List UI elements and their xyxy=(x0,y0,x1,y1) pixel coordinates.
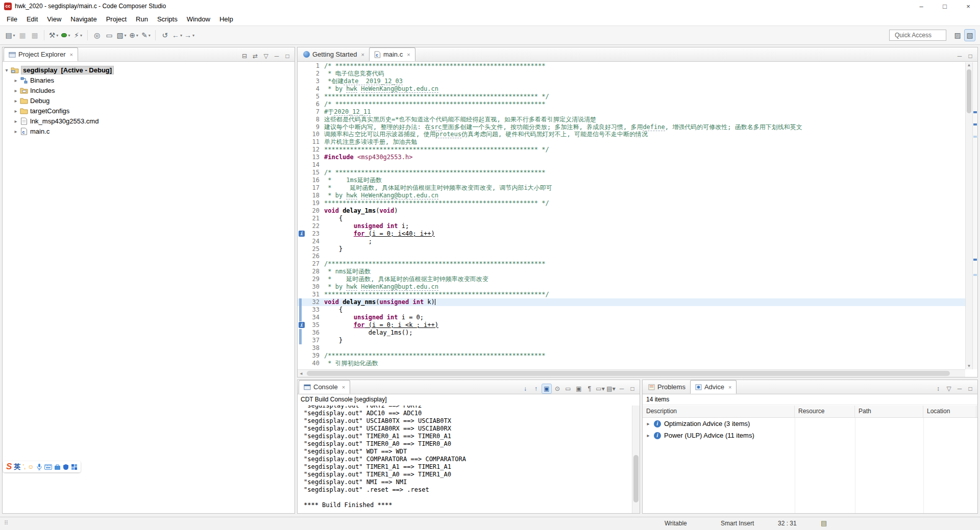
code-line[interactable]: 25 } xyxy=(298,245,965,253)
view-menu-button[interactable]: ▽ xyxy=(261,51,271,61)
window-minimize-button[interactable]: – xyxy=(910,0,933,12)
tab-problems[interactable]: Problems xyxy=(644,380,690,394)
flash-button[interactable]: ⚡▾ xyxy=(72,29,84,41)
code-line[interactable]: i23 for (i = 0; i<40; i++) xyxy=(298,230,965,238)
undo-button[interactable]: ↺ xyxy=(159,29,170,41)
expand-icon[interactable]: ▸ xyxy=(12,129,20,134)
code-line[interactable]: 2 * 电子信息竞赛代码 xyxy=(298,70,965,78)
close-icon[interactable]: × xyxy=(407,52,410,58)
ime-language-toggle[interactable]: 英 xyxy=(14,462,20,471)
code-line[interactable]: 14 xyxy=(298,161,965,169)
expand-icon[interactable]: ▸ xyxy=(12,118,20,124)
info-marker-icon[interactable]: i xyxy=(299,322,305,328)
code-line[interactable]: 37 } xyxy=(298,337,965,344)
code-line[interactable]: 27/*************************************… xyxy=(298,260,965,268)
perspective-edit-button[interactable]: ▧ xyxy=(964,29,975,41)
code-line[interactable]: 40 * 引脚初始化函数 xyxy=(298,360,965,367)
overview-ruler[interactable] xyxy=(972,62,977,369)
pin-console-button[interactable]: ⊙ xyxy=(552,384,562,394)
microphone-icon[interactable] xyxy=(36,463,42,470)
open-console-button[interactable]: ▤▾ xyxy=(606,384,616,394)
forward-button[interactable]: →▾ xyxy=(184,29,195,41)
menu-run[interactable]: Run xyxy=(131,13,153,25)
menu-edit[interactable]: Edit xyxy=(22,13,42,25)
code-line[interactable]: 24 ; xyxy=(298,238,965,245)
tab-console[interactable]: Console × xyxy=(299,380,350,394)
code-line[interactable]: i35 for (i = 0; i <k ; i++) xyxy=(298,321,965,329)
code-line[interactable]: 11单片机注意多读读手册, 加油共勉 xyxy=(298,138,965,146)
code-line[interactable]: 36 delay_1ms(); xyxy=(298,329,965,337)
code-line[interactable]: 39/*************************************… xyxy=(298,352,965,360)
new-button[interactable]: ▤▾ xyxy=(5,29,16,41)
column-header-description[interactable]: Description xyxy=(643,406,795,417)
close-icon[interactable]: × xyxy=(361,52,364,58)
scroll-left-icon[interactable]: ◄ xyxy=(298,370,305,377)
scrollbar-thumb[interactable] xyxy=(967,69,971,113)
column-header-resource[interactable]: Resource xyxy=(795,406,855,417)
code-line[interactable]: 10调频率和占空比可以用示波器捕捉, 使用proteus仿真考虑问题, 硬件和代… xyxy=(298,131,965,138)
build-button[interactable]: ⚒▾ xyxy=(48,29,59,41)
console-view-button[interactable]: ▭ xyxy=(104,29,115,41)
menu-scripts[interactable]: Scripts xyxy=(153,13,182,25)
menu-help[interactable]: Help xyxy=(215,13,238,25)
window-maximize-button[interactable]: □ xyxy=(933,0,957,12)
perspective-debug-button[interactable]: ▨ xyxy=(952,29,963,41)
link-editor-button[interactable]: ⇄ xyxy=(250,51,260,61)
maximize-button[interactable]: □ xyxy=(282,51,292,61)
minimize-button[interactable]: ─ xyxy=(954,51,965,61)
tree-item-includes[interactable]: ▸Includes xyxy=(3,85,295,95)
scroll-lock-button[interactable]: ▣ xyxy=(574,384,584,394)
shield-icon[interactable] xyxy=(63,464,69,470)
expand-icon[interactable]: ▸ xyxy=(12,88,20,93)
tab-project-explorer[interactable]: Project Explorer × xyxy=(4,47,78,61)
code-line[interactable]: 13#include <msp430g2553.h> xyxy=(298,154,965,161)
target-config-button[interactable]: ⊕▾ xyxy=(128,29,139,41)
maximize-button[interactable]: □ xyxy=(627,384,638,394)
sort-button[interactable]: ↕ xyxy=(933,384,943,394)
code-line[interactable]: 26 xyxy=(298,253,965,260)
tree-item-lnk-msp430g2553-cmd[interactable]: ▸lnk_msp430g2553.cmd xyxy=(3,116,295,126)
code-line[interactable]: 33 { xyxy=(298,306,965,314)
expand-icon[interactable]: ▸ xyxy=(12,78,20,83)
code-line[interactable]: 21 { xyxy=(298,215,965,222)
collapse-all-button[interactable]: ⊟ xyxy=(239,51,250,61)
code-line[interactable]: 7#于2020_12_11 xyxy=(298,108,965,116)
code-line[interactable]: 4 * by hwk HeWenKang@bupt.edu.cn xyxy=(298,85,965,93)
menu-view[interactable]: View xyxy=(42,13,66,25)
tab-main-c[interactable]: c main.c × xyxy=(369,47,415,61)
code-line[interactable]: 3 *创建date 2019_12_03 xyxy=(298,78,965,85)
advice-row[interactable]: ▸iOptimization Advice (3 items) xyxy=(643,418,977,430)
status-panel-icon[interactable]: ▤ xyxy=(821,519,827,527)
code-line[interactable]: 12**************************************… xyxy=(298,146,965,154)
minimize-button[interactable]: ─ xyxy=(617,384,627,394)
editor-vertical-scrollbar[interactable]: ▲ ▼ xyxy=(965,62,972,369)
maximize-button[interactable]: □ xyxy=(965,51,975,61)
clear-console-button[interactable]: ▭ xyxy=(563,384,573,394)
word-wrap-button[interactable]: ¶ xyxy=(584,384,595,394)
tree-item-debug[interactable]: ▸Debug xyxy=(3,95,295,106)
expand-icon[interactable]: ▸ xyxy=(643,421,654,426)
menu-project[interactable]: Project xyxy=(102,13,131,25)
editor-horizontal-scrollbar[interactable]: ◄ xyxy=(298,369,965,377)
scrollbar-thumb[interactable] xyxy=(307,371,950,376)
minimize-button[interactable]: ─ xyxy=(272,51,282,61)
maximize-button[interactable]: □ xyxy=(965,384,975,394)
menu-navigate[interactable]: Navigate xyxy=(66,13,101,25)
grid-toggle-button[interactable]: ▧▾ xyxy=(116,29,127,41)
close-icon[interactable]: × xyxy=(728,384,731,390)
advice-row[interactable]: ▸iPower (ULP) Advice (11 items) xyxy=(643,430,977,441)
code-line[interactable]: 5***************************************… xyxy=(298,93,965,100)
code-line[interactable]: 16 * 1ms延时函数 xyxy=(298,176,965,184)
ime-punctuation-toggle[interactable]: ’, xyxy=(22,463,26,470)
expand-icon[interactable]: ▸ xyxy=(12,98,20,104)
code-line[interactable]: 1/* ************************************… xyxy=(298,62,965,70)
code-line[interactable]: 30 * by hwk HeWenKang@bupt.edu.cn xyxy=(298,283,965,291)
tree-item-binaries[interactable]: ▸Binaries xyxy=(3,75,295,85)
keyboard-icon[interactable] xyxy=(44,464,52,470)
tab-getting-started[interactable]: Getting Started × xyxy=(299,47,369,61)
code-line[interactable]: 18 * by hwk HeWenKang@bupt.edu.cn xyxy=(298,192,965,199)
tree-item-main-c[interactable]: ▸cmain.c xyxy=(3,126,295,136)
scroll-down-icon[interactable]: ▼ xyxy=(966,363,972,369)
scroll-up-icon[interactable]: ▲ xyxy=(966,62,972,68)
code-line[interactable]: 19**************************************… xyxy=(298,199,965,207)
